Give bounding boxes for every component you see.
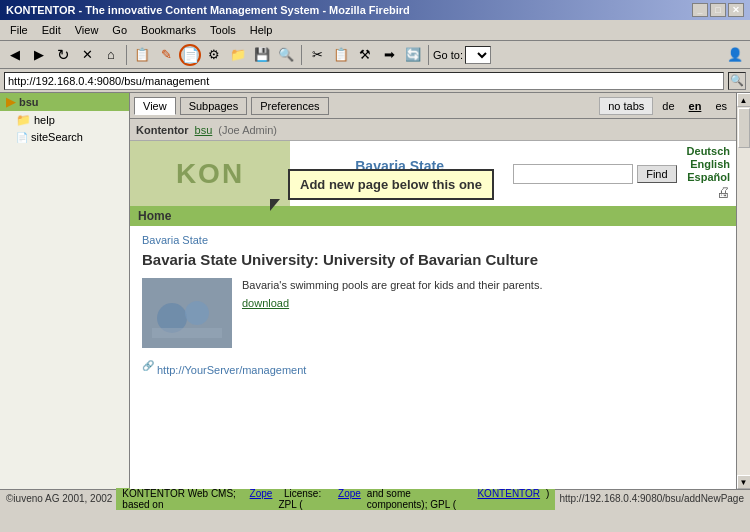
sidebar-label-sitesearch[interactable]: siteSearch: [31, 131, 83, 143]
sidebar-item-help[interactable]: 📁 help: [0, 111, 129, 129]
kontentor-path[interactable]: bsu: [195, 124, 213, 136]
window-controls: _ □ ✕: [692, 3, 744, 17]
kontentor-btn-4[interactable]: ⚙: [203, 44, 225, 66]
window-title-bar: KONTENTOR - The innovative Content Manag…: [0, 0, 750, 20]
search-icon[interactable]: 🔍: [728, 72, 746, 90]
and-text: and some components); GPL (: [367, 488, 472, 510]
tab-subpages[interactable]: Subpages: [180, 97, 248, 115]
goto-select[interactable]: [465, 46, 491, 64]
zope-link2[interactable]: Zope: [338, 488, 361, 510]
bsu-article-body: Bavaria's swimming pools are great for k…: [242, 278, 542, 348]
bsu-article: Bavaria's swimming pools are great for k…: [142, 278, 724, 348]
svg-point-2: [185, 301, 209, 325]
menu-bookmarks[interactable]: Bookmarks: [135, 22, 202, 38]
toolbar-separator-2: [301, 45, 302, 65]
stop-button[interactable]: ✕: [76, 44, 98, 66]
bsu-article-image: [142, 278, 232, 348]
bsu-print-icon[interactable]: 🖨: [716, 184, 730, 200]
nav-toolbar: ◀ ▶ ↻ ✕ ⌂ 📋 ✎ 📄 ⚙ 📁 💾 🔍 ✂ 📋 ⚒ ➡ 🔄 Go to:…: [0, 41, 750, 69]
reload-button[interactable]: ↻: [52, 44, 74, 66]
address-input[interactable]: [4, 72, 724, 90]
tab-preferences[interactable]: Preferences: [251, 97, 328, 115]
bsu-main-title: Bavaria State University: University of …: [142, 250, 724, 270]
svg-rect-3: [152, 328, 222, 338]
no-tabs-label: no tabs: [599, 97, 653, 115]
home-button[interactable]: ⌂: [100, 44, 122, 66]
bsu-url-link[interactable]: http://YourServer/management: [157, 364, 306, 376]
sidebar-root-label[interactable]: bsu: [19, 96, 39, 108]
goto-area: Go to:: [433, 46, 491, 64]
menu-edit[interactable]: Edit: [36, 22, 67, 38]
lang-en[interactable]: en: [684, 98, 707, 114]
sidebar: ▶ bsu 📁 help 📄 siteSearch: [0, 93, 130, 489]
status-url: http://192.168.0.4:9080/bsu/addNewPage: [559, 493, 744, 504]
sidebar-label-help[interactable]: help: [34, 114, 55, 126]
lang-de[interactable]: de: [657, 98, 679, 114]
kontentor-user: (Joe Admin): [218, 124, 277, 136]
sidebar-item-sitesearch[interactable]: 📄 siteSearch: [0, 129, 129, 145]
scroll-down-button[interactable]: ▼: [737, 475, 751, 489]
back-button[interactable]: ◀: [4, 44, 26, 66]
kontentor-btn-8[interactable]: ✂: [306, 44, 328, 66]
menu-view[interactable]: View: [69, 22, 105, 38]
bsu-lang-deutsch[interactable]: Deutsch: [687, 145, 730, 157]
bsu-breadcrumb: Bavaria State: [142, 234, 724, 246]
status-middle: KONTENTOR Web CMS; based on Zope License…: [116, 488, 555, 510]
new-page-button[interactable]: 📄: [179, 44, 201, 66]
bsu-find-button[interactable]: Find: [637, 165, 676, 183]
cms-text: KONTENTOR Web CMS; based on: [122, 488, 243, 510]
content-area: View Subpages Preferences no tabs de en …: [130, 93, 736, 489]
kontentor-logo: Kontentor: [136, 124, 189, 136]
bsu-nav-home[interactable]: Home: [138, 209, 171, 223]
menu-go[interactable]: Go: [106, 22, 133, 38]
bsu-search-area: Find: [509, 141, 680, 206]
content-frame: Add new page below this one KON Bavaria …: [130, 141, 736, 489]
bsu-url-area: 🔗 http://YourServer/management: [142, 356, 724, 376]
tab-view[interactable]: View: [134, 97, 176, 115]
bsu-download-link[interactable]: download: [242, 297, 542, 309]
scroll-up-button[interactable]: ▲: [737, 93, 751, 107]
zope-link[interactable]: Zope: [250, 488, 273, 510]
sidebar-root[interactable]: ▶ bsu: [0, 93, 129, 111]
forward-button[interactable]: ▶: [28, 44, 50, 66]
kontentor-btn-1[interactable]: 📋: [131, 44, 153, 66]
window-title: KONTENTOR - The innovative Content Manag…: [6, 4, 410, 16]
kontentor-btn-12[interactable]: 🔄: [402, 44, 424, 66]
kontentor-btn-2[interactable]: ✎: [155, 44, 177, 66]
bsu-lang-area: Deutsch English Español 🖨: [681, 141, 736, 206]
address-bar: 🔍: [0, 69, 750, 93]
scroll-thumb[interactable]: [738, 108, 750, 148]
tabs-bar: View Subpages Preferences no tabs de en …: [130, 93, 736, 119]
license-text: License: ZPL (: [278, 488, 332, 510]
bsu-lang-english[interactable]: English: [690, 158, 730, 170]
kontentor-btn-11[interactable]: ➡: [378, 44, 400, 66]
goto-label: Go to:: [433, 49, 463, 61]
bsu-logo-area: KON: [130, 141, 290, 206]
kontentor-btn-10[interactable]: ⚒: [354, 44, 376, 66]
scrollbar: ▲ ▼: [736, 93, 750, 489]
kontentor-btn-7[interactable]: 🔍: [275, 44, 297, 66]
maximize-button[interactable]: □: [710, 3, 726, 17]
close-paren: ): [546, 488, 549, 510]
toolbar-separator-1: [126, 45, 127, 65]
kontentor-bar: Kontentor bsu (Joe Admin): [130, 119, 736, 141]
bsu-search-input[interactable]: [513, 164, 633, 184]
minimize-button[interactable]: _: [692, 3, 708, 17]
lang-es[interactable]: es: [710, 98, 732, 114]
kontentor-btn-5[interactable]: 📁: [227, 44, 249, 66]
menu-file[interactable]: File: [4, 22, 34, 38]
menu-help[interactable]: Help: [244, 22, 279, 38]
close-button[interactable]: ✕: [728, 3, 744, 17]
kontentor-link[interactable]: KONTENTOR: [477, 488, 540, 510]
bsu-content: Bavaria State Bavaria State University: …: [130, 226, 736, 489]
user-icon[interactable]: 👤: [724, 44, 746, 66]
kontentor-btn-9[interactable]: 📋: [330, 44, 352, 66]
kontentor-btn-6[interactable]: 💾: [251, 44, 273, 66]
tooltip-arrow: [270, 199, 280, 211]
bsu-lang-espanol[interactable]: Español: [687, 171, 730, 183]
menu-tools[interactable]: Tools: [204, 22, 242, 38]
scroll-track[interactable]: [737, 107, 751, 475]
status-bar: ©iuveno AG 2001, 2002 KONTENTOR Web CMS;…: [0, 489, 750, 507]
menu-bar: File Edit View Go Bookmarks Tools Help: [0, 20, 750, 41]
bsu-article-text: Bavaria's swimming pools are great for k…: [242, 278, 542, 293]
